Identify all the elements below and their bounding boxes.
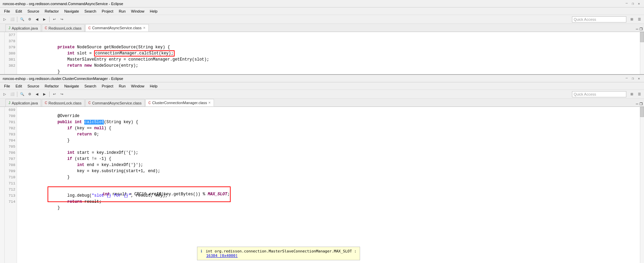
code-line	[17, 174, 644, 180]
code-line: if (key == null) {	[17, 119, 644, 125]
menu-refactor-1[interactable]: Refactor	[42, 9, 62, 14]
menu-window-2[interactable]: Window	[128, 83, 147, 89]
tab-label-24: ClusterConnectionManager.class	[152, 101, 207, 105]
menu-edit-1[interactable]: Edit	[13, 9, 25, 14]
eclipse-window-1: roncoo-eshop - org.redisson.command.Comm…	[0, 0, 644, 74]
toolbar-perspective-2[interactable]: ☰	[636, 16, 643, 23]
tab-label-2: RedissonLock.class	[49, 26, 82, 30]
minimize-btn-2[interactable]: ─	[624, 76, 629, 81]
toolbar-btn-24[interactable]: ⚙	[26, 91, 33, 98]
tab-icon-c-21: C	[45, 101, 47, 105]
maximize-editor-2[interactable]: ❐	[639, 101, 643, 106]
toolbar-btn-27[interactable]: ↩	[51, 91, 58, 98]
toolbar-btn-1[interactable]: ▷	[1, 16, 8, 23]
line-num: 378	[8, 38, 15, 44]
line-num: 380	[8, 50, 15, 56]
toolbar-btn-25[interactable]: ◀	[34, 91, 40, 98]
quick-access-label-1: Quick Access	[574, 17, 596, 21]
menu-file-1[interactable]: File	[1, 9, 13, 14]
left-sidebar-1	[0, 32, 5, 74]
menu-search-2[interactable]: Search	[82, 83, 99, 89]
toolbar-btn-5[interactable]: ◀	[34, 16, 40, 23]
close-btn-1[interactable]: ✕	[637, 1, 641, 6]
tooltip-text: int org.redisson.connection.MasterSlaveC…	[206, 249, 357, 253]
menu-project-2[interactable]: Project	[99, 83, 116, 89]
line-num: 703	[8, 131, 15, 137]
menu-file-2[interactable]: File	[1, 83, 13, 89]
toolbar-btn-26[interactable]: ▶	[41, 91, 48, 98]
tab-label-1: Application.java	[12, 26, 38, 30]
scrollbar-thumb-1[interactable]	[640, 32, 644, 42]
tab-clusterconnection-1[interactable]: C ClusterConnectionManager.class ✕	[145, 99, 214, 106]
quick-access-2[interactable]: Quick Access	[572, 91, 626, 97]
code-line: return result;	[17, 193, 644, 199]
close-btn-2[interactable]: ✕	[637, 76, 641, 81]
title-bar-2: roncoo-eshop - org.redisson.cluster.Clus…	[0, 75, 644, 82]
menu-edit-2[interactable]: Edit	[13, 83, 25, 89]
tab-redissonlock-2[interactable]: C RedissonLock.class	[42, 99, 85, 106]
menu-refactor-2[interactable]: Refactor	[42, 83, 62, 89]
minimize-btn-1[interactable]: ─	[624, 1, 629, 6]
scrollbar-1[interactable]	[640, 32, 644, 74]
editor-area-1: 377 378 379 380 381 382 private NodeSour…	[0, 32, 644, 74]
code-line: log.debug("slot {} for {}", result, key)…	[17, 186, 644, 193]
menu-window-1[interactable]: Window	[128, 9, 147, 14]
scrollbar-2[interactable]	[640, 107, 644, 263]
toolbar-btn-3[interactable]: 🔍	[19, 16, 25, 23]
menu-navigate-2[interactable]: Navigate	[61, 83, 82, 89]
tab-commandasync-1[interactable]: C CommandAsyncService.class ✕	[85, 24, 149, 32]
tab-icon-j-1: J	[8, 26, 11, 30]
line-num: 702	[8, 125, 15, 131]
tab-application-java-2[interactable]: J Application.java	[5, 99, 41, 106]
code-content-2[interactable]: @Override public int calcSlot(String key…	[17, 107, 644, 263]
toolbar-btn-23[interactable]: 🔍	[19, 91, 25, 98]
tab-redissonlock-1[interactable]: C RedissonLock.class	[42, 24, 85, 32]
line-numbers-1: 377 378 379 380 381 382	[5, 32, 17, 74]
toolbar-perspective-4[interactable]: ☰	[636, 91, 643, 98]
line-num: 700	[8, 113, 15, 119]
line-num: 699	[8, 107, 15, 113]
toolbar-btn-6[interactable]: ▶	[41, 16, 48, 23]
menu-source-1[interactable]: Source	[25, 9, 42, 14]
code-content-1[interactable]: private NodeSource getNodeSource(String …	[17, 32, 644, 74]
code-line: int start = key.indexOf('{');	[17, 144, 644, 150]
tab-label-23: CommandAsyncService.class	[92, 101, 142, 105]
restore-btn-2[interactable]: ❐	[630, 76, 635, 81]
toolbar-btn-4[interactable]: ⚙	[26, 16, 33, 23]
toolbar-btn-28[interactable]: ↪	[58, 91, 65, 98]
toolbar-perspective-3[interactable]: ⊞	[628, 91, 635, 98]
line-num: 714	[8, 199, 15, 205]
eclipse-app: roncoo-eshop - org.redisson.command.Comm…	[0, 0, 644, 263]
menu-search-1[interactable]: Search	[82, 9, 99, 14]
code-line: private NodeSource getNodeSource(String …	[17, 38, 644, 44]
menu-navigate-1[interactable]: Navigate	[61, 9, 82, 14]
menu-help-2[interactable]: Help	[147, 83, 160, 89]
menu-run-1[interactable]: Run	[116, 9, 128, 14]
tab-commandasync-2[interactable]: C CommandAsyncService.class	[85, 99, 145, 106]
tab-close-24[interactable]: ✕	[208, 101, 211, 104]
tab-close-3[interactable]: ✕	[143, 26, 146, 30]
code-line: }	[17, 168, 644, 174]
minimize-editor-2[interactable]: ─	[635, 101, 639, 106]
tab-application-java-1[interactable]: J Application.java	[5, 24, 41, 32]
restore-btn-1[interactable]: ❐	[630, 1, 635, 6]
code-line: }	[17, 131, 644, 137]
toolbar-btn-21[interactable]: ▷	[1, 91, 8, 98]
menu-run-2[interactable]: Run	[116, 83, 128, 89]
maximize-editor-1[interactable]: ❐	[639, 27, 643, 32]
menu-source-2[interactable]: Source	[25, 83, 42, 89]
toolbar-btn-22[interactable]: ⬜	[9, 91, 16, 98]
toolbar-perspective-1[interactable]: ⊞	[628, 16, 635, 23]
menu-bar-2: File Edit Source Refactor Navigate Searc…	[0, 82, 644, 90]
line-num: 710	[8, 174, 15, 180]
minimize-editor-1[interactable]: ─	[635, 27, 639, 32]
toolbar-btn-7[interactable]: ↩	[51, 16, 58, 23]
toolbar-btn-2[interactable]: ⬜	[9, 16, 16, 23]
tooltip-value[interactable]: 16384 [0x4000]	[206, 253, 238, 258]
line-num: 709	[8, 168, 15, 174]
toolbar-btn-8[interactable]: ↪	[58, 16, 65, 23]
menu-help-1[interactable]: Help	[147, 9, 160, 14]
quick-access-1[interactable]: Quick Access	[572, 16, 626, 22]
menu-project-1[interactable]: Project	[99, 9, 116, 14]
scrollbar-thumb-2[interactable]	[640, 107, 644, 117]
